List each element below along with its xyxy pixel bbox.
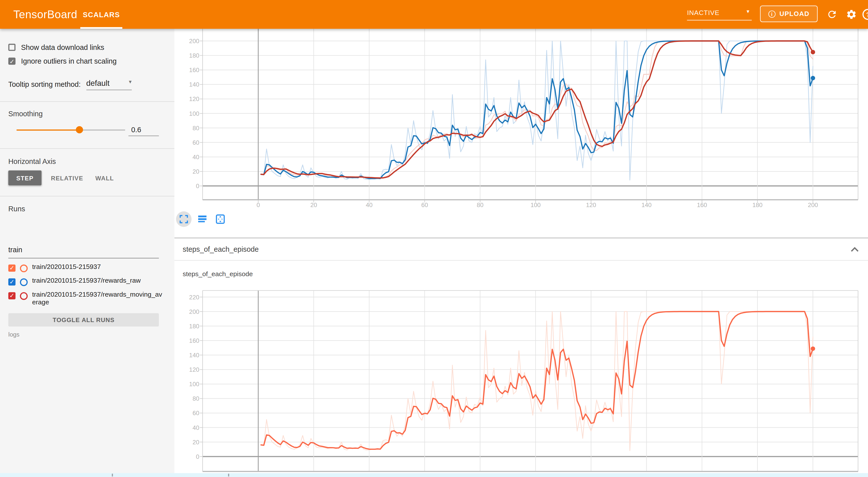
rewards-chart[interactable]: 0204060801001201401601802000204060801001… [175,29,868,238]
rewards-moving-average-line [261,41,813,178]
x-tick-label: 0 [256,201,260,208]
y-tick-label: 160 [189,337,199,344]
upload-button-label: UPLOAD [779,10,809,18]
run-color-circle[interactable] [20,278,28,286]
run-label: train/20201015-215937/rewards_moving_ave… [32,291,164,306]
run-checkbox[interactable]: ✓ [8,292,16,299]
smoothing-slider[interactable] [17,129,125,130]
run-color-circle[interactable] [20,292,28,300]
scrollbar-mark [112,474,113,477]
runs-label: Runs [8,205,25,213]
y-tick-label: 180 [189,323,199,329]
axis-button-wall[interactable]: WALL [91,170,119,185]
fit-domain-icon [215,214,225,224]
fit-domain-button[interactable] [213,211,228,227]
help-icon[interactable]: ? [863,9,868,20]
ignore-outliers-label: Ignore outliers in chart scaling [21,57,117,65]
run-row[interactable]: ✓train/20201015-215937/rewards_moving_av… [8,291,166,306]
axis-button-step[interactable]: STEP [8,170,41,185]
horizontal-axis-label: Horizontal Axis [8,157,56,165]
series-end-dot[interactable] [811,50,815,54]
x-tick-label: 40 [366,201,373,208]
section-header[interactable]: steps_of_each_episode [175,238,868,261]
y-tick-label: 200 [189,308,199,315]
y-tick-label: 200 [189,38,199,44]
chart-toolbar [176,211,228,227]
tooltip-sorting-row: Tooltip sorting method: default ▾ [8,78,131,90]
y-tick-label: 120 [189,366,199,373]
series-end-dot[interactable] [811,76,815,80]
x-tick-label: 60 [421,201,428,208]
x-tick-label: 100 [531,201,541,208]
runs-list: ✓train/20201015-215937✓train/20201015-21… [8,263,166,311]
run-row[interactable]: ✓train/20201015-215937/rewards_raw [8,277,166,286]
x-tick-label: 140 [641,201,652,208]
x-tick-label: 20 [310,201,317,208]
tooltip-sorting-select[interactable]: default ▾ [86,78,132,90]
refresh-icon[interactable] [827,9,838,20]
smoothing-label: Smoothing [8,109,43,118]
y-tick-label: 40 [192,154,199,160]
divider [0,196,175,196]
y-tick-label: 100 [189,381,199,387]
tensorboard-app: TensorBoard SCALARS INACTIVE ▾ i UPLOAD … [0,0,868,477]
show-download-links-label: Show data download links [21,43,104,52]
show-download-links-row[interactable]: Show data download links [8,43,104,52]
sidebar: Show data download links ✓ Ignore outlie… [0,29,175,477]
steps-smoothed-line [261,312,813,449]
y-tick-label: 0 [196,183,199,189]
tab-scalars[interactable]: SCALARS [80,0,123,29]
tab-scalars-label: SCALARS [83,10,120,19]
rewards-moving-average-smoothed-line [261,41,813,178]
x-tick-label: 80 [477,201,484,208]
y-tick-label: 60 [192,139,199,146]
collapse-section-icon[interactable] [848,243,861,256]
log-scale-icon [197,215,207,224]
run-filter-input[interactable]: train [8,246,159,258]
app-header: TensorBoard SCALARS INACTIVE ▾ i UPLOAD … [0,0,868,29]
run-label: train/20201015-215937/rewards_raw [32,277,164,285]
run-row[interactable]: ✓train/20201015-215937 [8,263,166,272]
upload-button[interactable]: i UPLOAD [760,5,817,22]
run-color-circle[interactable] [20,264,28,272]
section-title: steps_of_each_episode [183,245,259,253]
y-tick-label: 140 [189,352,199,358]
settings-gear-icon[interactable] [846,9,857,20]
x-tick-label: 160 [697,201,707,208]
y-tick-label: 20 [192,168,199,175]
rewards-raw-line [261,41,813,180]
x-tick-label: 180 [752,201,763,208]
rewards-raw-smoothed-line [261,41,813,179]
steps-raw-line [261,312,813,451]
logs-label: logs [8,331,20,338]
log-scale-button[interactable] [194,211,210,227]
ignore-outliers-row[interactable]: ✓ Ignore outliers in chart scaling [8,57,117,65]
bottom-scrollbar[interactable] [0,473,868,477]
y-tick-label: 20 [192,439,199,446]
expand-chart-button[interactable] [176,211,191,227]
expand-icon [180,215,188,224]
y-tick-label: 220 [189,294,199,300]
series-end-dot[interactable] [811,347,815,351]
smoothing-value-input[interactable]: 0.6 [128,125,159,136]
toggle-all-runs-button[interactable]: TOGGLE ALL RUNS [8,313,159,326]
x-tick-label: 120 [586,201,596,208]
tab-active-underline [80,27,123,29]
run-checkbox[interactable]: ✓ [8,264,16,272]
smoothing-slider-thumb[interactable] [76,126,83,133]
run-label: train/20201015-215937 [32,263,164,271]
show-download-links-checkbox[interactable] [8,44,16,51]
run-checkbox[interactable]: ✓ [8,278,16,286]
divider [0,101,175,102]
ignore-outliers-checkbox[interactable]: ✓ [8,58,16,65]
y-tick-label: 0 [196,453,199,460]
status-dropdown[interactable]: INACTIVE ▾ [687,7,752,21]
steps-chart[interactable]: 020406080100120140160180200220 [175,260,868,477]
status-dropdown-value: INACTIVE [687,9,719,17]
y-tick-label: 60 [192,410,199,416]
y-tick-label: 100 [189,110,199,117]
tooltip-sorting-label: Tooltip sorting method: [8,80,81,89]
y-tick-label: 80 [192,125,199,131]
axis-button-relative[interactable]: RELATIVE [48,170,85,185]
dropdown-caret-icon: ▾ [746,8,749,14]
